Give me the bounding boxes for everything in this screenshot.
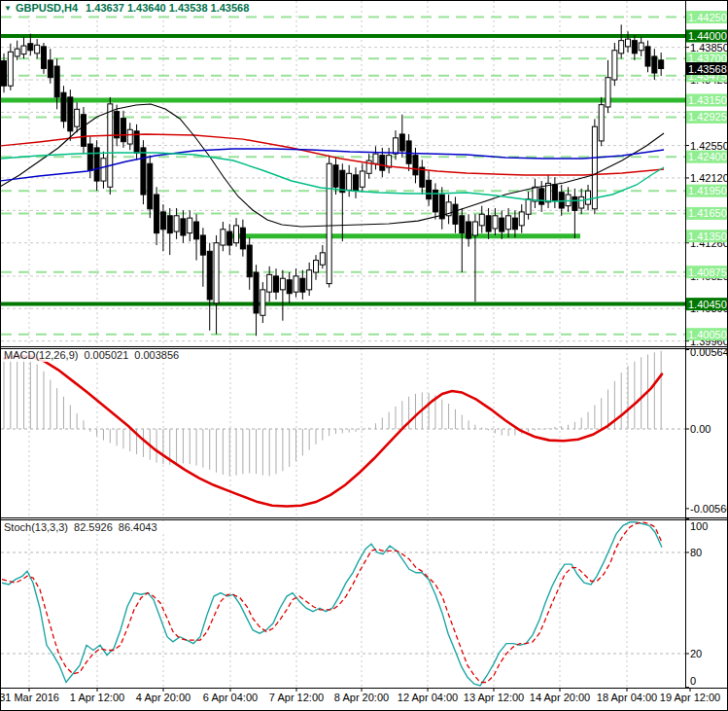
time-axis-label: 18 Apr 04:00 [597, 692, 657, 703]
price-level-label: 1.41350 [688, 231, 727, 242]
candle-bullish [221, 230, 225, 245]
price-level-label: 1.42925 [688, 111, 727, 123]
candle-bullish [280, 278, 285, 290]
time-axis-label: 7 Apr 12:00 [269, 692, 324, 703]
price-level-label: 1.43150 [688, 94, 727, 106]
candle-bullish [619, 41, 624, 53]
candle-bearish [247, 245, 252, 277]
candle-bullish [101, 159, 106, 181]
candle-bullish [294, 276, 298, 292]
candle-bearish [427, 180, 432, 198]
candle-bullish [533, 187, 537, 201]
symbol-timeframe-label: GBPUSD,H4 [16, 2, 78, 14]
candle-bullish [75, 109, 80, 126]
candle-bullish [320, 253, 325, 265]
price-level-label: 1.40050 [688, 329, 727, 340]
candle-bullish [393, 138, 398, 154]
candle-bearish [645, 47, 650, 66]
candle-bearish [200, 235, 205, 255]
candle-bullish [108, 104, 113, 187]
candle-bearish [467, 222, 471, 238]
candle-bearish [652, 56, 657, 73]
price-level-label: 1.41650 [688, 207, 727, 219]
candle-bullish [307, 270, 312, 290]
candle-bearish [512, 218, 517, 230]
candle-bullish [347, 173, 352, 190]
time-axis-label: 13 Apr 12:00 [464, 692, 524, 703]
time-axis-label: 14 Apr 20:00 [530, 692, 590, 703]
candle-bullish [234, 226, 239, 243]
candle-bearish [413, 156, 418, 175]
candle-bearish [87, 144, 92, 170]
candle-bearish [500, 218, 504, 231]
time-axis-label: 6 Apr 04:00 [203, 692, 258, 703]
candle-bearish [28, 44, 33, 51]
candle-bearish [353, 175, 358, 191]
candle-bullish [188, 218, 192, 233]
macd-axis-label: 0.00 [690, 423, 711, 435]
candle-bearish [333, 165, 338, 188]
candle-bearish [115, 112, 120, 138]
candle-bullish [267, 274, 272, 292]
candle-bearish [274, 276, 279, 292]
candle-bearish [380, 156, 385, 171]
stoch-axis-label: 80 [690, 547, 702, 558]
candle-bullish [526, 199, 531, 215]
ohlc-values: 1.43637 1.43640 1.43538 1.43568 [86, 2, 249, 14]
candle-bullish [35, 45, 40, 53]
candle-bullish [360, 171, 364, 187]
candle-bearish [148, 163, 153, 209]
price-level-label: 1.41950 [688, 185, 727, 196]
candle-bearish [406, 141, 411, 163]
time-axis-label: 4 Apr 20:00 [136, 692, 191, 703]
candle-bullish [479, 214, 484, 226]
candle-bearish [155, 195, 159, 233]
candle-bearish [121, 119, 125, 142]
candle-bearish [659, 60, 664, 69]
time-axis-label: 19 Apr 12:00 [660, 692, 720, 703]
candle-bullish [15, 49, 19, 56]
candle-bullish [626, 39, 631, 47]
candle-bullish [586, 191, 591, 204]
price-level-label: 1.42400 [688, 151, 727, 162]
candle-bearish [160, 212, 165, 230]
trading-chart-window: 1.438501.434201.425501.421201.412601.408… [0, 0, 728, 711]
candle-bullish [260, 290, 265, 315]
candle-bearish [486, 216, 491, 231]
time-axis-label: 31 Mar 2016 [0, 692, 59, 703]
main-chart-panel [0, 1, 690, 346]
price-level-label: 1.44000 [688, 30, 727, 42]
macd-signal-line [4, 356, 662, 507]
chart-title[interactable]: ▼GBPUSD,H41.43637 1.43640 1.43538 1.4356… [2, 2, 252, 16]
candle-bearish [300, 278, 305, 292]
stoch-value-d: 86.4043 [119, 521, 157, 533]
stoch-value-k: 82.5926 [74, 521, 113, 533]
price-level-label: 1.40450 [688, 299, 727, 310]
candle-bullish [519, 212, 524, 226]
candle-bearish [572, 196, 577, 210]
candle-bearish [254, 272, 259, 313]
stochastic-indicator-title: Stoch(13,3,3)82.592686.4043 [2, 521, 166, 534]
candle-bullish [314, 261, 319, 272]
macd-value-main: 0.005021 [84, 349, 128, 361]
candle-bullish [612, 51, 617, 80]
macd-label: MACD(12,26,9) [4, 349, 78, 361]
candle-bearish [41, 47, 46, 69]
candle-bullish [599, 105, 604, 141]
stoch-k-line [2, 522, 662, 686]
time-axis-label: 8 Apr 20:00 [334, 692, 389, 703]
candle-bearish [632, 41, 637, 53]
candle-bearish [287, 280, 292, 294]
candle-bearish [399, 134, 404, 151]
macd-axis-label: -0.005664 [690, 503, 728, 515]
macd-indicator-title: MACD(12,26,9)0.0050210.003856 [2, 349, 188, 362]
symbol-dropdown-icon[interactable]: ▼ [4, 4, 12, 13]
candle-bearish [48, 60, 52, 78]
candle-bearish [141, 148, 146, 195]
candle-bearish [227, 231, 232, 245]
stoch-axis-label: 20 [690, 648, 702, 659]
candle-bearish [340, 170, 345, 193]
stoch-axis-label: 0 [690, 675, 696, 687]
candle-bullish [327, 163, 331, 283]
candle-bearish [207, 251, 212, 300]
